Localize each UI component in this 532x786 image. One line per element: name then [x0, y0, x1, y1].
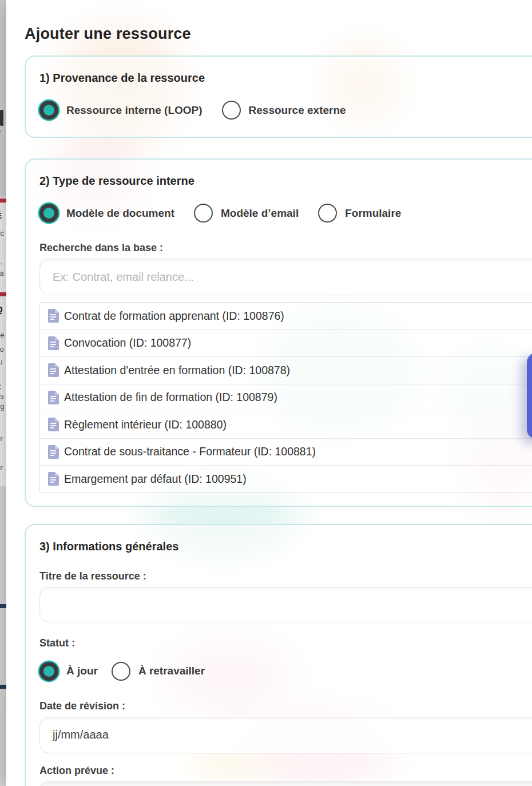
background-navy-divider	[0, 685, 6, 689]
result-row[interactable]: Emargement par défaut (ID: 100951)	[40, 466, 532, 493]
document-icon	[47, 336, 59, 350]
action-prevue-label: Action prévue :	[39, 765, 532, 777]
radio-label: Modèle de document	[66, 207, 174, 220]
result-label: Contrat de sous-traitance - Formateur (I…	[64, 445, 316, 458]
result-row[interactable]: Contrat de sous-traitance - Formateur (I…	[40, 439, 532, 466]
radio-selected-icon[interactable]	[39, 204, 58, 223]
document-icon	[47, 445, 59, 459]
result-row[interactable]: Contrat de formation apprenant (ID: 1008…	[40, 303, 532, 330]
radio-modele-email[interactable]: Modèle d’email	[194, 204, 299, 223]
background-text-fragment: ég	[0, 402, 4, 411]
radio-label: À retravailler	[138, 665, 205, 677]
side-action-button[interactable]	[527, 353, 532, 439]
radio-label: Ressource interne (LOOP)	[66, 104, 203, 117]
background-red-divider	[0, 199, 6, 203]
search-results-list: Contrat de formation apprenant (ID: 1008…	[39, 302, 532, 493]
result-label: Attestation d'entrée en formation (ID: 1…	[64, 364, 290, 377]
document-icon	[47, 418, 59, 431]
radio-label: Formulaire	[345, 207, 401, 220]
document-icon	[47, 309, 59, 323]
type-radio-group: Modèle de document Modèle d’email Formul…	[39, 204, 532, 223]
radio-selected-icon[interactable]	[39, 101, 58, 120]
section-provenance: 1) Provenance de la ressource Ressource …	[25, 55, 532, 138]
background-text-fragment: É	[0, 211, 2, 220]
page-title: Ajouter une ressource	[25, 25, 532, 43]
background-text-fragment: ru	[0, 358, 3, 366]
result-label: Emargement par défaut (ID: 100951)	[64, 473, 247, 486]
background-text-fragment: es	[0, 392, 4, 400]
background-text-fragment: de	[0, 331, 4, 339]
statut-label: Statut :	[39, 637, 532, 649]
result-label: Règlement intérieur (ID: 100880)	[64, 418, 227, 431]
provenance-radio-group: Ressource interne (LOOP) Ressource exter…	[39, 101, 532, 120]
add-resource-drawer: Ajouter une ressource 1) Provenance de l…	[6, 0, 532, 786]
radio-selected-icon[interactable]	[39, 662, 58, 681]
result-label: Convocation (ID: 100877)	[64, 336, 191, 350]
result-label: Contrat de formation apprenant (ID: 1008…	[64, 309, 284, 323]
statut-radio-group: À jour À retravailler	[39, 662, 532, 681]
radio-modele-document[interactable]: Modèle de document	[39, 204, 174, 223]
radio-formulaire[interactable]: Formulaire	[318, 204, 401, 223]
radio-a-retravailler[interactable]: À retravailler	[112, 662, 205, 681]
section-type-heading: 2) Type de ressource interne	[39, 174, 532, 188]
background-text-fragment: ca	[0, 269, 4, 277]
radio-label: Modèle d’email	[221, 207, 299, 220]
radio-unselected-icon[interactable]	[112, 662, 130, 681]
document-icon	[47, 391, 59, 404]
radio-unselected-icon[interactable]	[222, 101, 241, 120]
section-informations-heading: 3) Informations générales	[39, 540, 532, 553]
background-navy-divider	[0, 604, 6, 608]
result-label: Attestation de fin de formation (ID: 100…	[64, 391, 277, 404]
section-provenance-heading: 1) Provenance de la ressource	[39, 72, 532, 85]
result-row[interactable]: Convocation (ID: 100877)	[40, 330, 532, 358]
background-scrollbar-fragment	[0, 110, 3, 126]
radio-label: Ressource externe	[249, 104, 346, 117]
radio-label: À jour	[66, 665, 98, 677]
background-text-fragment: C	[0, 383, 1, 391]
background-text-fragment: ur	[0, 463, 3, 472]
action-prevue-input[interactable]	[39, 781, 532, 786]
result-row[interactable]: Attestation d'entrée en formation (ID: 1…	[40, 357, 532, 384]
background-text-fragment: o.	[0, 257, 2, 266]
document-icon	[47, 363, 59, 377]
title-label: Titre de la ressource :	[39, 570, 532, 582]
radio-unselected-icon[interactable]	[318, 204, 337, 223]
date-revision-input[interactable]	[39, 717, 532, 753]
background-text-fragment: c,	[0, 125, 2, 133]
result-row[interactable]: Règlement intérieur (ID: 100880)	[40, 411, 532, 439]
radio-unselected-icon[interactable]	[194, 204, 213, 223]
date-revision-label: Date de révision :	[39, 700, 532, 712]
title-input[interactable]	[39, 587, 532, 622]
section-informations: 3) Informations générales Titre de la re…	[25, 524, 532, 786]
radio-ressource-interne[interactable]: Ressource interne (LOOP)	[39, 101, 203, 120]
background-text-fragment: ac	[0, 229, 4, 237]
result-row[interactable]: Attestation de fin de formation (ID: 100…	[40, 384, 532, 412]
radio-ressource-externe[interactable]: Ressource externe	[222, 101, 346, 120]
background-text-fragment: Q	[0, 304, 3, 314]
search-label: Recherche dans la base :	[39, 242, 532, 254]
background-text-fragment: co	[0, 345, 4, 354]
search-input[interactable]	[39, 259, 532, 295]
radio-a-jour[interactable]: À jour	[39, 662, 98, 681]
document-icon	[47, 472, 59, 486]
background-text-fragment: er	[0, 434, 3, 443]
section-type-interne: 2) Type de ressource interne Modèle de d…	[25, 158, 532, 507]
background-red-divider	[0, 292, 6, 296]
